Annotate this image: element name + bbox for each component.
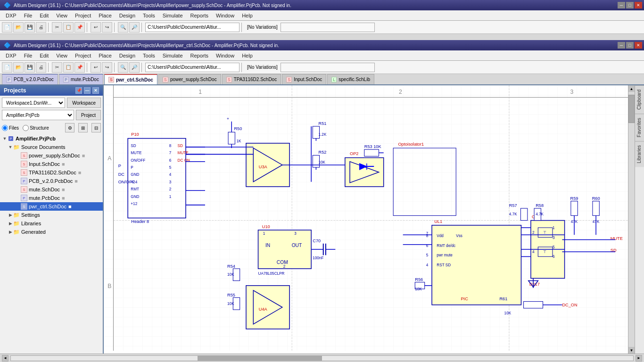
sidebar-libraries-tab[interactable]: Libraries bbox=[635, 141, 644, 167]
vscroll-down-btn[interactable]: ▼ bbox=[628, 347, 635, 354]
tb-cut-w2[interactable]: ✂ bbox=[52, 62, 62, 73]
tab-tpa3116[interactable]: S TPA3116D2.SchDoc bbox=[222, 74, 281, 84]
tree-node-pcb-v2[interactable]: ▶ P PCB_v.2.0.PcbDoc ■ bbox=[0, 177, 103, 185]
tree-node-source-docs[interactable]: ▼ 📁 Source Documents bbox=[0, 143, 103, 151]
menu-file-w2[interactable]: File bbox=[20, 52, 36, 59]
menu-reports-w1[interactable]: Reports bbox=[187, 12, 213, 19]
tab-pwr-ctrl[interactable]: S pwr_ctrl.SchDoc bbox=[104, 74, 157, 84]
menu-dxp-w1[interactable]: DXP bbox=[2, 12, 20, 19]
tb-zoom-in-w2[interactable]: 🔍 bbox=[118, 62, 128, 73]
menu-edit-w2[interactable]: Edit bbox=[36, 52, 52, 59]
menu-place-w2[interactable]: Place bbox=[95, 52, 116, 59]
menu-view-w1[interactable]: View bbox=[52, 12, 71, 19]
workspace-dropdown[interactable]: Workspace1.DsnWr... bbox=[2, 98, 65, 108]
hscroll-bar[interactable] bbox=[10, 355, 634, 361]
menu-view-w2[interactable]: View bbox=[52, 52, 71, 59]
menu-help-w1[interactable]: Help bbox=[238, 12, 256, 19]
tb-save-w1[interactable]: 💾 bbox=[25, 22, 35, 33]
tree-node-mute-sch[interactable]: ▶ S mute.SchDoc ■ bbox=[0, 185, 103, 194]
tb-print-w2[interactable]: 🖨 bbox=[36, 62, 46, 73]
tab-pcb-v2[interactable]: P PCB_v.2.0.PcbDoc bbox=[2, 74, 58, 84]
menu-tools-w1[interactable]: Tools bbox=[139, 12, 159, 19]
tree-options-btn[interactable]: ⚙ bbox=[65, 123, 74, 132]
vscroll-up-btn[interactable]: ▲ bbox=[628, 85, 635, 92]
menu-help-w2[interactable]: Help bbox=[238, 52, 256, 59]
close-btn-window1[interactable]: ✕ bbox=[635, 2, 642, 8]
hscroll-left-btn[interactable]: ◄ bbox=[2, 355, 8, 362]
panel-pin-btn[interactable]: 📌 bbox=[75, 87, 82, 94]
vscroll-thumb[interactable] bbox=[628, 95, 635, 123]
structure-radio[interactable] bbox=[23, 125, 29, 131]
menu-file-w1[interactable]: File bbox=[20, 12, 36, 19]
tree-node-libraries[interactable]: ▶ 📁 Libraries bbox=[0, 219, 103, 228]
tb-undo-w2[interactable]: ↩ bbox=[91, 62, 101, 73]
menu-place-w1[interactable]: Place bbox=[95, 12, 116, 19]
tb-open-w1[interactable]: 📂 bbox=[13, 22, 24, 33]
tree-node-generated[interactable]: ▶ 📁 Generated bbox=[0, 228, 103, 236]
tab-specific-lib[interactable]: L specific.SchLib bbox=[327, 74, 374, 84]
tree-expand-btn[interactable]: ⊞ bbox=[78, 123, 88, 132]
menu-simulate-w2[interactable]: Simulate bbox=[159, 52, 187, 59]
tb-zoom-out-w2[interactable]: 🔎 bbox=[129, 62, 140, 73]
menu-dxp-w2[interactable]: DXP bbox=[2, 52, 20, 59]
tab-power-supply[interactable]: S power_supply.SchDoc bbox=[158, 74, 221, 84]
menu-design-w2[interactable]: Design bbox=[116, 52, 139, 59]
tb-undo-w1[interactable]: ↩ bbox=[91, 22, 101, 33]
tb-copy-w1[interactable]: 📋 bbox=[63, 22, 74, 33]
maximize-btn-window2[interactable]: □ bbox=[626, 42, 634, 49]
sidebar-clipboard-tab[interactable]: Clipboard bbox=[635, 85, 644, 114]
tb-print-w1[interactable]: 🖨 bbox=[36, 22, 46, 33]
tb-zoom-out-w1[interactable]: 🔎 bbox=[129, 22, 140, 33]
tree-node-mute-pcb[interactable]: ▶ P mute.PcbDoc ■ bbox=[0, 194, 103, 202]
tab-mute-pcb[interactable]: P mute.PcbDoc bbox=[59, 74, 103, 84]
files-radio[interactable] bbox=[2, 125, 8, 131]
path-input-w1[interactable] bbox=[145, 23, 239, 32]
tab-input[interactable]: S Input.SchDoc bbox=[282, 74, 326, 84]
project-button[interactable]: Project bbox=[76, 110, 101, 120]
menu-simulate-w1[interactable]: Simulate bbox=[159, 12, 187, 19]
menu-reports-w2[interactable]: Reports bbox=[187, 52, 213, 59]
structure-radio-label[interactable]: Structure bbox=[23, 125, 49, 131]
tree-node-root[interactable]: ▼ P Amplifier.PrjPcb bbox=[0, 134, 103, 143]
variations-input-w1[interactable] bbox=[281, 23, 375, 32]
panel-minimize-btn[interactable]: — bbox=[84, 87, 91, 94]
project-dropdown[interactable]: Amplifier.PrjPcb bbox=[2, 110, 74, 120]
maximize-btn-window1[interactable]: □ bbox=[626, 2, 634, 8]
tb-new-w2[interactable]: 📄 bbox=[2, 62, 12, 73]
sidebar-favorites-tab[interactable]: Favorites bbox=[635, 114, 644, 141]
tree-node-tpa3116[interactable]: ▶ S TPA3116D2.SchDoc ■ bbox=[0, 168, 103, 177]
vscroll-bar[interactable]: ▲ ▼ bbox=[628, 85, 635, 354]
variations-input-w2[interactable] bbox=[281, 63, 375, 72]
schematic-canvas[interactable]: 1 2 3 A B P10 SD MUTE ON/OFF P GND +24 bbox=[104, 85, 635, 354]
hscroll-thumb[interactable] bbox=[198, 356, 322, 361]
tb-cut-w1[interactable]: ✂ bbox=[52, 22, 62, 33]
menu-window-w1[interactable]: Window bbox=[212, 12, 238, 19]
tb-paste-w2[interactable]: 📌 bbox=[74, 62, 85, 73]
panel-close-btn[interactable]: ✕ bbox=[92, 87, 99, 94]
hscroll-right-btn[interactable]: ► bbox=[636, 355, 642, 362]
tree-node-input-sch[interactable]: ▶ S Input.SchDoc ■ bbox=[0, 160, 103, 168]
tb-paste-w1[interactable]: 📌 bbox=[74, 22, 85, 33]
menu-project-w1[interactable]: Project bbox=[71, 12, 95, 19]
tree-node-pwr-ctrl[interactable]: ▶ S pwr_ctrl.SchDoc ■ bbox=[0, 202, 103, 211]
tb-redo-w2[interactable]: ↪ bbox=[102, 62, 112, 73]
path-input-w2[interactable] bbox=[145, 63, 239, 72]
tb-copy-w2[interactable]: 📋 bbox=[63, 62, 74, 73]
tb-redo-w1[interactable]: ↪ bbox=[102, 22, 112, 33]
tb-new-w1[interactable]: 📄 bbox=[2, 22, 12, 33]
tree-node-power-supply[interactable]: ▶ S power_supply.SchDoc ■ bbox=[0, 151, 103, 160]
minimize-btn-window1[interactable]: ─ bbox=[618, 2, 625, 8]
menu-edit-w1[interactable]: Edit bbox=[36, 12, 52, 19]
tree-node-settings[interactable]: ▶ 📁 Settings bbox=[0, 211, 103, 219]
minimize-btn-window2[interactable]: ─ bbox=[618, 42, 625, 49]
menu-design-w1[interactable]: Design bbox=[116, 12, 139, 19]
close-btn-window2[interactable]: ✕ bbox=[635, 42, 642, 49]
menu-window-w2[interactable]: Window bbox=[212, 52, 238, 59]
tb-zoom-in-w1[interactable]: 🔍 bbox=[118, 22, 128, 33]
tree-collapse-btn[interactable]: ⊟ bbox=[91, 123, 101, 132]
menu-project-w2[interactable]: Project bbox=[71, 52, 95, 59]
files-radio-label[interactable]: Files bbox=[2, 125, 19, 131]
tb-open-w2[interactable]: 📂 bbox=[13, 62, 24, 73]
menu-tools-w2[interactable]: Tools bbox=[139, 52, 159, 59]
workspace-button[interactable]: Workspace bbox=[67, 98, 101, 108]
